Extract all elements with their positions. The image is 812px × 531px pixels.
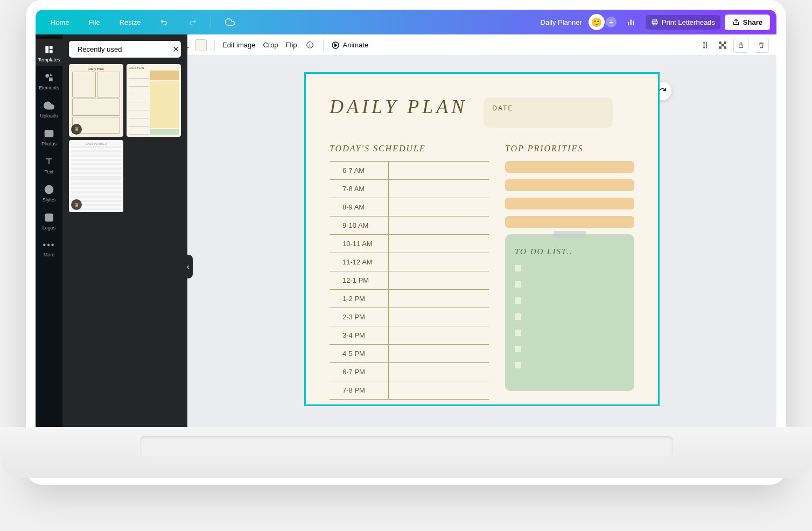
lock-icon bbox=[737, 41, 745, 49]
svg-rect-23 bbox=[719, 46, 722, 49]
schedule-row: 1-2 PM bbox=[330, 290, 489, 308]
todo-checkbox bbox=[515, 297, 521, 304]
rail-text[interactable]: Text bbox=[36, 151, 62, 178]
delete-button[interactable] bbox=[754, 38, 769, 53]
rail-photos[interactable]: Photos bbox=[36, 123, 62, 150]
svg-rect-20 bbox=[719, 41, 722, 44]
undo-button[interactable] bbox=[155, 15, 174, 30]
template-thumbnail[interactable]: DAILY PLAN bbox=[127, 64, 181, 137]
svg-rect-6 bbox=[45, 46, 48, 53]
schedule-row: 9-10 AM bbox=[330, 216, 489, 235]
svg-rect-22 bbox=[724, 41, 726, 44]
schedule-row: 7-8 PM bbox=[330, 381, 489, 400]
priority-slot bbox=[505, 216, 634, 228]
template-thumbnail[interactable]: Daily Plan ♛ bbox=[69, 64, 123, 137]
color-swatch[interactable] bbox=[195, 39, 207, 51]
schedule-row: 11-12 AM bbox=[330, 253, 489, 271]
crown-icon: ♛ bbox=[71, 124, 82, 135]
cloud-icon bbox=[225, 17, 235, 27]
svg-point-14 bbox=[47, 187, 48, 189]
todo-card: TO DO LIST.. bbox=[505, 234, 634, 391]
priority-slot bbox=[505, 198, 634, 209]
share-button[interactable]: Share bbox=[725, 15, 770, 30]
schedule-row: 2-3 PM bbox=[330, 308, 489, 326]
schedule-heading: TODAY'S SCHEDULE bbox=[330, 144, 489, 153]
priority-slot bbox=[505, 161, 634, 173]
svg-rect-2 bbox=[633, 21, 634, 25]
svg-point-13 bbox=[45, 186, 53, 194]
rail-logos[interactable]: Logos bbox=[36, 207, 62, 234]
svg-point-12 bbox=[47, 132, 48, 134]
lock-button[interactable] bbox=[733, 38, 748, 53]
print-button[interactable]: Print Letterheads bbox=[646, 15, 720, 30]
svg-point-9 bbox=[45, 74, 49, 78]
share-icon bbox=[732, 18, 740, 26]
avatar[interactable]: 🙂 bbox=[589, 14, 605, 30]
styles-icon bbox=[44, 184, 54, 195]
svg-rect-7 bbox=[50, 46, 53, 49]
templates-panel: ✕ Daily Plan ♛ DAILY PLAN DAILY PLANNER bbox=[62, 34, 187, 475]
rail-styles[interactable]: Styles bbox=[36, 179, 62, 206]
planner-title: DAILY PLAN bbox=[330, 95, 467, 118]
resize-menu[interactable]: Resize bbox=[114, 15, 146, 30]
rail-uploads[interactable]: Uploads bbox=[36, 95, 62, 122]
clear-search-button[interactable]: ✕ bbox=[172, 44, 179, 54]
context-toolbar: Edit image Crop Flip ⓘ Animate bbox=[187, 34, 776, 56]
edit-image-button[interactable]: Edit image bbox=[222, 41, 255, 49]
priorities-heading: TOP PRIORITIES bbox=[505, 144, 634, 153]
svg-point-15 bbox=[50, 187, 51, 189]
canvas-viewport[interactable]: DAILY PLAN DATE TODAY'S SCHEDULE 6-7 AM … bbox=[187, 56, 776, 453]
search-box: ✕ bbox=[69, 41, 181, 58]
animate-icon bbox=[331, 41, 340, 50]
schedule-row: 3-4 PM bbox=[330, 326, 489, 345]
tool-rail: Templates Elements Uploads Photos Text S… bbox=[36, 34, 62, 475]
design-page[interactable]: DAILY PLAN DATE TODAY'S SCHEDULE 6-7 AM … bbox=[304, 72, 660, 406]
todo-checkbox bbox=[515, 362, 521, 368]
schedule-row: 4-5 PM bbox=[330, 345, 489, 363]
schedule-row: 10-11 AM bbox=[330, 235, 489, 253]
rail-templates[interactable]: Templates bbox=[36, 39, 62, 66]
file-menu[interactable]: File bbox=[83, 15, 106, 30]
flip-button[interactable]: Flip bbox=[286, 41, 297, 49]
filter-button[interactable] bbox=[181, 45, 190, 54]
home-button[interactable]: Home bbox=[42, 15, 75, 30]
priority-slot bbox=[505, 179, 634, 191]
position-button[interactable] bbox=[701, 40, 712, 51]
document-title[interactable]: Daily Planner bbox=[541, 18, 582, 26]
insights-button[interactable] bbox=[621, 14, 641, 30]
svg-rect-8 bbox=[50, 50, 53, 53]
redo-button[interactable] bbox=[183, 15, 202, 30]
schedule-row: 6-7 PM bbox=[330, 363, 489, 381]
elements-icon bbox=[44, 72, 54, 83]
rail-more[interactable]: ••• More bbox=[36, 235, 62, 261]
animate-button[interactable]: Animate bbox=[331, 41, 369, 50]
info-button[interactable]: ⓘ bbox=[305, 40, 316, 51]
todo-checkbox bbox=[515, 281, 521, 288]
more-icon: ••• bbox=[43, 240, 55, 250]
todo-checkbox bbox=[515, 330, 521, 336]
schedule-row: 7-8 AM bbox=[330, 180, 489, 198]
schedule-table: 6-7 AM 7-8 AM 8-9 AM 9-10 AM 10-11 AM 11… bbox=[330, 161, 489, 400]
template-thumbnail[interactable]: DAILY PLANNER ♛ bbox=[69, 140, 123, 213]
transparency-button[interactable] bbox=[717, 40, 728, 51]
svg-point-16 bbox=[50, 190, 51, 192]
todo-checkbox bbox=[515, 265, 521, 271]
templates-icon bbox=[44, 44, 54, 55]
uploads-icon bbox=[44, 100, 54, 111]
add-member-button[interactable]: + bbox=[606, 17, 617, 27]
svg-rect-25 bbox=[739, 45, 743, 47]
text-icon bbox=[44, 156, 54, 167]
undo-icon bbox=[160, 18, 169, 26]
photos-icon bbox=[44, 128, 54, 139]
cloud-sync-button[interactable] bbox=[220, 14, 240, 30]
rail-elements[interactable]: Elements bbox=[36, 67, 62, 94]
todo-checkbox bbox=[515, 346, 521, 352]
svg-rect-24 bbox=[724, 46, 726, 49]
search-input[interactable] bbox=[78, 45, 168, 53]
svg-rect-0 bbox=[628, 22, 629, 25]
todo-checkbox bbox=[515, 313, 521, 320]
svg-rect-1 bbox=[630, 20, 631, 26]
logos-icon bbox=[44, 212, 54, 223]
crop-button[interactable]: Crop bbox=[263, 41, 278, 49]
home-label: Home bbox=[51, 18, 69, 26]
